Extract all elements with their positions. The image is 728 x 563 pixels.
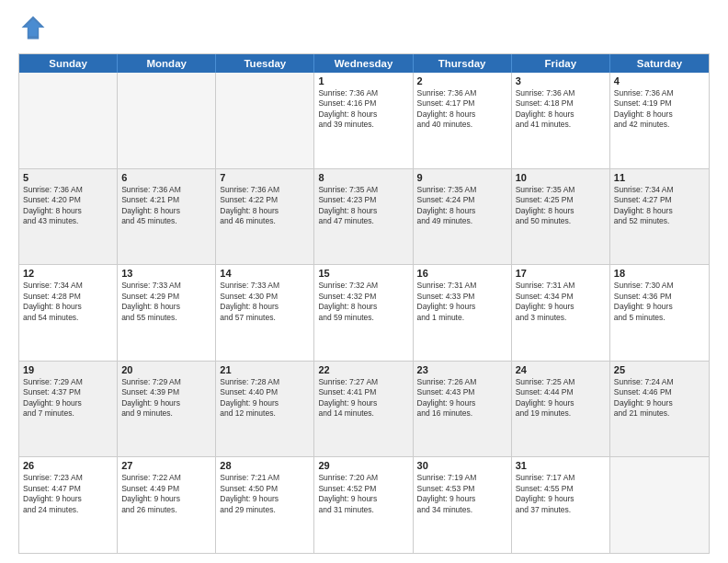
day-number: 3 — [516, 75, 606, 86]
calendar-cell: 30Sunrise: 7:19 AMSunset: 4:53 PMDayligh… — [414, 457, 512, 553]
cell-info: Sunrise: 7:27 AMSunset: 4:41 PMDaylight:… — [318, 377, 408, 419]
day-number: 4 — [614, 75, 705, 86]
cell-info: Sunrise: 7:34 AMSunset: 4:28 PMDaylight:… — [23, 281, 113, 323]
calendar-cell: 27Sunrise: 7:22 AMSunset: 4:49 PMDayligh… — [118, 457, 216, 553]
calendar-row: 1Sunrise: 7:36 AMSunset: 4:16 PMDaylight… — [19, 73, 709, 169]
calendar-cell: 23Sunrise: 7:26 AMSunset: 4:43 PMDayligh… — [414, 362, 512, 457]
cell-info: Sunrise: 7:36 AMSunset: 4:22 PMDaylight:… — [220, 185, 310, 227]
header — [18, 15, 710, 44]
cell-info: Sunrise: 7:21 AMSunset: 4:50 PMDaylight:… — [220, 473, 310, 515]
cell-info: Sunrise: 7:29 AMSunset: 4:37 PMDaylight:… — [23, 377, 113, 419]
cell-info: Sunrise: 7:25 AMSunset: 4:44 PMDaylight:… — [516, 377, 606, 419]
calendar-row: 26Sunrise: 7:23 AMSunset: 4:47 PMDayligh… — [19, 457, 709, 553]
cell-info: Sunrise: 7:36 AMSunset: 4:16 PMDaylight:… — [318, 88, 408, 131]
calendar-cell — [610, 457, 709, 553]
logo-icon — [20, 15, 46, 40]
calendar-cell: 21Sunrise: 7:28 AMSunset: 4:40 PMDayligh… — [216, 362, 314, 457]
day-number: 24 — [516, 364, 606, 375]
day-number: 10 — [516, 172, 606, 183]
day-number: 21 — [220, 364, 310, 375]
day-number: 13 — [121, 268, 211, 279]
calendar-row: 5Sunrise: 7:36 AMSunset: 4:20 PMDaylight… — [19, 169, 709, 266]
cell-info: Sunrise: 7:34 AMSunset: 4:27 PMDaylight:… — [614, 185, 705, 227]
calendar-cell: 7Sunrise: 7:36 AMSunset: 4:22 PMDaylight… — [216, 169, 314, 265]
day-number: 2 — [417, 75, 507, 86]
calendar-cell: 9Sunrise: 7:35 AMSunset: 4:24 PMDaylight… — [414, 169, 512, 265]
cell-info: Sunrise: 7:22 AMSunset: 4:49 PMDaylight:… — [121, 473, 211, 515]
cell-info: Sunrise: 7:33 AMSunset: 4:30 PMDaylight:… — [220, 281, 310, 323]
day-number: 25 — [614, 364, 705, 375]
day-number: 9 — [417, 172, 507, 183]
day-number: 6 — [121, 172, 211, 183]
calendar-header-cell: Saturday — [610, 54, 709, 73]
calendar-cell: 14Sunrise: 7:33 AMSunset: 4:30 PMDayligh… — [216, 265, 314, 361]
calendar-cell: 2Sunrise: 7:36 AMSunset: 4:17 PMDaylight… — [414, 73, 512, 168]
day-number: 31 — [516, 460, 606, 471]
day-number: 27 — [121, 460, 211, 471]
calendar-cell: 13Sunrise: 7:33 AMSunset: 4:29 PMDayligh… — [118, 265, 216, 361]
cell-info: Sunrise: 7:35 AMSunset: 4:25 PMDaylight:… — [516, 185, 606, 227]
calendar-cell — [216, 73, 314, 168]
cell-info: Sunrise: 7:29 AMSunset: 4:39 PMDaylight:… — [121, 377, 211, 419]
calendar-cell: 29Sunrise: 7:20 AMSunset: 4:52 PMDayligh… — [314, 457, 413, 553]
day-number: 15 — [318, 268, 408, 279]
cell-info: Sunrise: 7:33 AMSunset: 4:29 PMDaylight:… — [121, 281, 211, 323]
cell-info: Sunrise: 7:28 AMSunset: 4:40 PMDaylight:… — [220, 377, 310, 419]
cell-info: Sunrise: 7:32 AMSunset: 4:32 PMDaylight:… — [318, 281, 408, 323]
calendar-header-cell: Sunday — [19, 54, 118, 73]
cell-info: Sunrise: 7:36 AMSunset: 4:18 PMDaylight:… — [516, 88, 606, 131]
day-number: 28 — [220, 460, 310, 471]
day-number: 30 — [417, 460, 507, 471]
day-number: 26 — [23, 460, 113, 471]
cell-info: Sunrise: 7:36 AMSunset: 4:20 PMDaylight:… — [23, 185, 113, 227]
calendar-cell — [118, 73, 216, 168]
calendar-cell: 12Sunrise: 7:34 AMSunset: 4:28 PMDayligh… — [19, 265, 118, 361]
cell-info: Sunrise: 7:35 AMSunset: 4:24 PMDaylight:… — [417, 185, 507, 227]
cell-info: Sunrise: 7:30 AMSunset: 4:36 PMDaylight:… — [614, 281, 705, 323]
day-number: 19 — [23, 364, 113, 375]
calendar-cell: 17Sunrise: 7:31 AMSunset: 4:34 PMDayligh… — [512, 265, 610, 361]
day-number: 16 — [417, 268, 507, 279]
day-number: 18 — [614, 268, 705, 279]
calendar-cell: 8Sunrise: 7:35 AMSunset: 4:23 PMDaylight… — [314, 169, 413, 265]
cell-info: Sunrise: 7:36 AMSunset: 4:21 PMDaylight:… — [121, 185, 211, 227]
calendar-cell: 31Sunrise: 7:17 AMSunset: 4:55 PMDayligh… — [512, 457, 610, 553]
calendar-cell: 6Sunrise: 7:36 AMSunset: 4:21 PMDaylight… — [118, 169, 216, 265]
day-number: 29 — [318, 460, 408, 471]
cell-info: Sunrise: 7:31 AMSunset: 4:34 PMDaylight:… — [516, 281, 606, 323]
calendar-header-row: SundayMondayTuesdayWednesdayThursdayFrid… — [19, 54, 709, 73]
calendar-cell: 20Sunrise: 7:29 AMSunset: 4:39 PMDayligh… — [118, 362, 216, 457]
calendar-cell: 3Sunrise: 7:36 AMSunset: 4:18 PMDaylight… — [512, 73, 610, 168]
calendar-cell: 26Sunrise: 7:23 AMSunset: 4:47 PMDayligh… — [19, 457, 118, 553]
cell-info: Sunrise: 7:19 AMSunset: 4:53 PMDaylight:… — [417, 473, 507, 515]
calendar-row: 19Sunrise: 7:29 AMSunset: 4:37 PMDayligh… — [19, 362, 709, 458]
calendar-cell: 22Sunrise: 7:27 AMSunset: 4:41 PMDayligh… — [314, 362, 413, 457]
cell-info: Sunrise: 7:31 AMSunset: 4:33 PMDaylight:… — [417, 281, 507, 323]
svg-marker-1 — [25, 19, 42, 37]
calendar-cell — [19, 73, 118, 168]
calendar-cell: 25Sunrise: 7:24 AMSunset: 4:46 PMDayligh… — [610, 362, 709, 457]
calendar-cell: 24Sunrise: 7:25 AMSunset: 4:44 PMDayligh… — [512, 362, 610, 457]
calendar-cell: 18Sunrise: 7:30 AMSunset: 4:36 PMDayligh… — [610, 265, 709, 361]
calendar-cell: 19Sunrise: 7:29 AMSunset: 4:37 PMDayligh… — [19, 362, 118, 457]
day-number: 17 — [516, 268, 606, 279]
calendar-cell: 16Sunrise: 7:31 AMSunset: 4:33 PMDayligh… — [414, 265, 512, 361]
calendar-body: 1Sunrise: 7:36 AMSunset: 4:16 PMDaylight… — [19, 73, 709, 553]
calendar-header-cell: Monday — [118, 54, 216, 73]
cell-info: Sunrise: 7:35 AMSunset: 4:23 PMDaylight:… — [318, 185, 408, 227]
calendar-cell: 15Sunrise: 7:32 AMSunset: 4:32 PMDayligh… — [314, 265, 413, 361]
logo — [18, 15, 46, 44]
day-number: 5 — [23, 172, 113, 183]
cell-info: Sunrise: 7:20 AMSunset: 4:52 PMDaylight:… — [318, 473, 408, 515]
day-number: 1 — [318, 75, 408, 86]
calendar-header-cell: Wednesday — [314, 54, 413, 73]
calendar-header-cell: Friday — [512, 54, 610, 73]
day-number: 12 — [23, 268, 113, 279]
day-number: 20 — [121, 364, 211, 375]
cell-info: Sunrise: 7:24 AMSunset: 4:46 PMDaylight:… — [614, 377, 705, 419]
calendar-cell: 10Sunrise: 7:35 AMSunset: 4:25 PMDayligh… — [512, 169, 610, 265]
calendar: SundayMondayTuesdayWednesdayThursdayFrid… — [18, 53, 710, 554]
calendar-cell: 1Sunrise: 7:36 AMSunset: 4:16 PMDaylight… — [314, 73, 413, 168]
day-number: 14 — [220, 268, 310, 279]
calendar-cell: 28Sunrise: 7:21 AMSunset: 4:50 PMDayligh… — [216, 457, 314, 553]
